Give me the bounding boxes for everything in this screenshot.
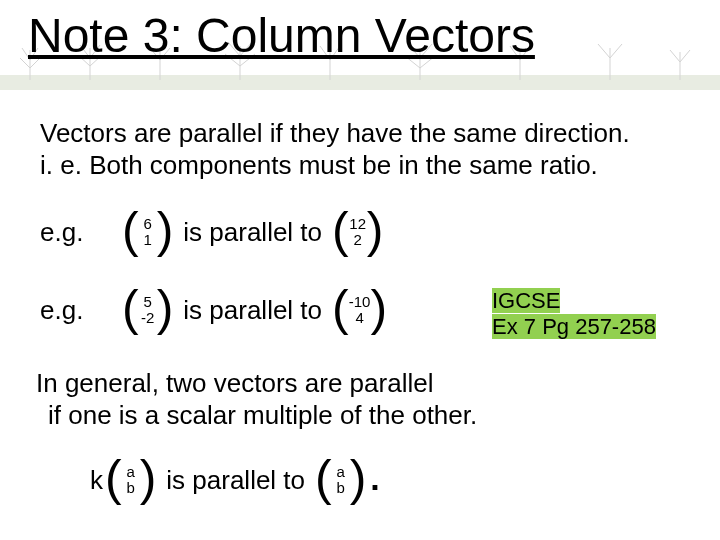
paren-close-icon: ) [140,458,157,498]
parallel-text: is parallel to [183,217,322,248]
eg-label: e.g. [40,217,122,248]
example-row-1: e.g. ( 6 1 ) is parallel to ( 12 2 ) [40,212,383,252]
vector-top: 5 [143,294,151,311]
eg-label: e.g. [40,295,122,326]
intro-line-1: Vectors are parallel if they have the sa… [40,118,630,149]
svg-rect-0 [0,75,720,90]
note-line-1: IGCSE [492,288,560,313]
general-line-2: if one is a scalar multiple of the other… [48,400,477,431]
parallel-text: is parallel to [183,295,322,326]
vector-4: -10 4 [349,294,371,327]
vector-bot: 4 [355,310,363,327]
vector-top: 12 [349,216,366,233]
note-line-2: Ex 7 Pg 257-258 [492,314,656,339]
slide: Note 3: Column Vectors Vectors are paral… [0,0,720,540]
vector-2: 12 2 [349,216,367,249]
vector-top: -10 [349,294,371,311]
paren-open-icon: ( [105,458,122,498]
vector-3: 5 -2 [139,294,157,327]
parallel-text: is parallel to [166,465,305,496]
vector-bot: 2 [354,232,362,249]
paren-close-icon: ) [367,210,384,250]
vector-bot: 1 [143,232,151,249]
intro-line-2: i. e. Both components must be in the sam… [40,150,598,181]
paren-open-icon: ( [122,210,139,250]
vector-a: a b [122,464,140,497]
vector-top: a [126,464,134,481]
slide-title: Note 3: Column Vectors [28,8,535,63]
scalar-k: k [90,465,103,496]
paren-open-icon: ( [332,210,349,250]
vector-top: 6 [143,216,151,233]
vector-bot: b [337,480,345,497]
example-row-2: e.g. ( 5 -2 ) is parallel to ( -10 4 ) [40,290,387,330]
paren-open-icon: ( [332,288,349,328]
vector-top: a [337,464,345,481]
vector-bot: b [126,480,134,497]
period-icon: . [370,459,379,498]
paren-open-icon: ( [315,458,332,498]
reference-note: IGCSE Ex 7 Pg 257-258 [492,288,682,341]
paren-close-icon: ) [157,288,174,328]
paren-close-icon: ) [370,288,387,328]
paren-open-icon: ( [122,288,139,328]
paren-close-icon: ) [157,210,174,250]
general-line-1: In general, two vectors are parallel [36,368,433,399]
vector-b: a b [332,464,350,497]
vector-1: 6 1 [139,216,157,249]
vector-bot: -2 [141,310,154,327]
paren-close-icon: ) [350,458,367,498]
scalar-multiple-row: k ( a b ) is parallel to ( a b ) . [90,460,380,500]
